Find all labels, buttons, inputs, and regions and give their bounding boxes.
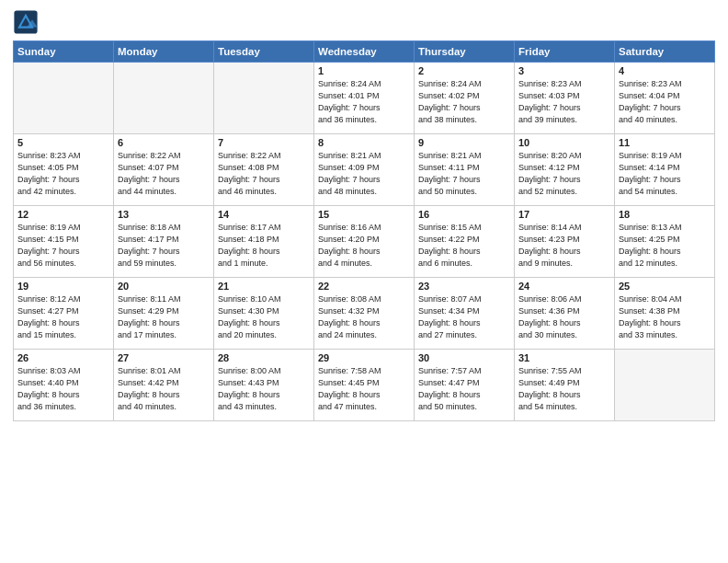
day-cell-13: 13Sunrise: 8:18 AM Sunset: 4:17 PM Dayli…: [114, 206, 214, 278]
day-number: 17: [518, 209, 610, 220]
day-info: Sunrise: 8:23 AM Sunset: 4:05 PM Dayligh…: [17, 150, 109, 198]
day-info: Sunrise: 8:04 AM Sunset: 4:38 PM Dayligh…: [619, 293, 711, 341]
empty-cell: [615, 350, 715, 421]
day-cell-24: 24Sunrise: 8:06 AM Sunset: 4:36 PM Dayli…: [515, 278, 615, 350]
weekday-header-wednesday: Wednesday: [314, 41, 415, 63]
day-info: Sunrise: 8:24 AM Sunset: 4:02 PM Dayligh…: [418, 78, 510, 126]
weekday-header-monday: Monday: [114, 41, 214, 63]
day-number: 31: [518, 352, 610, 363]
day-number: 26: [17, 352, 109, 363]
day-cell-30: 30Sunrise: 7:57 AM Sunset: 4:47 PM Dayli…: [415, 350, 515, 421]
day-info: Sunrise: 7:55 AM Sunset: 4:49 PM Dayligh…: [518, 365, 610, 413]
day-cell-9: 9Sunrise: 8:21 AM Sunset: 4:11 PM Daylig…: [415, 134, 515, 206]
logo-icon: [13, 9, 39, 35]
day-cell-18: 18Sunrise: 8:13 AM Sunset: 4:25 PM Dayli…: [615, 206, 715, 278]
day-cell-14: 14Sunrise: 8:17 AM Sunset: 4:18 PM Dayli…: [214, 206, 314, 278]
weekday-header-friday: Friday: [515, 41, 615, 63]
day-info: Sunrise: 8:17 AM Sunset: 4:18 PM Dayligh…: [218, 222, 310, 270]
day-info: Sunrise: 8:08 AM Sunset: 4:32 PM Dayligh…: [318, 293, 410, 341]
day-cell-3: 3Sunrise: 8:23 AM Sunset: 4:03 PM Daylig…: [515, 63, 615, 134]
day-number: 3: [518, 65, 610, 76]
day-info: Sunrise: 8:14 AM Sunset: 4:23 PM Dayligh…: [518, 222, 610, 270]
day-number: 6: [118, 137, 210, 148]
day-info: Sunrise: 8:21 AM Sunset: 4:11 PM Dayligh…: [418, 150, 510, 198]
day-info: Sunrise: 8:06 AM Sunset: 4:36 PM Dayligh…: [518, 293, 610, 341]
day-cell-6: 6Sunrise: 8:22 AM Sunset: 4:07 PM Daylig…: [114, 134, 214, 206]
day-cell-15: 15Sunrise: 8:16 AM Sunset: 4:20 PM Dayli…: [314, 206, 415, 278]
day-number: 13: [118, 209, 210, 220]
week-row-3: 12Sunrise: 8:19 AM Sunset: 4:15 PM Dayli…: [14, 206, 715, 278]
day-cell-23: 23Sunrise: 8:07 AM Sunset: 4:34 PM Dayli…: [415, 278, 515, 350]
day-info: Sunrise: 8:19 AM Sunset: 4:14 PM Dayligh…: [619, 150, 711, 198]
day-cell-25: 25Sunrise: 8:04 AM Sunset: 4:38 PM Dayli…: [615, 278, 715, 350]
day-cell-21: 21Sunrise: 8:10 AM Sunset: 4:30 PM Dayli…: [214, 278, 314, 350]
day-cell-28: 28Sunrise: 8:00 AM Sunset: 4:43 PM Dayli…: [214, 350, 314, 421]
day-cell-17: 17Sunrise: 8:14 AM Sunset: 4:23 PM Dayli…: [515, 206, 615, 278]
day-number: 5: [17, 137, 109, 148]
day-info: Sunrise: 8:22 AM Sunset: 4:07 PM Dayligh…: [118, 150, 210, 198]
day-cell-31: 31Sunrise: 7:55 AM Sunset: 4:49 PM Dayli…: [515, 350, 615, 421]
weekday-header-thursday: Thursday: [415, 41, 515, 63]
weekday-header-sunday: Sunday: [14, 41, 114, 63]
day-number: 20: [118, 281, 210, 292]
day-cell-5: 5Sunrise: 8:23 AM Sunset: 4:05 PM Daylig…: [14, 134, 114, 206]
calendar-table: SundayMondayTuesdayWednesdayThursdayFrid…: [13, 40, 715, 421]
day-cell-4: 4Sunrise: 8:23 AM Sunset: 4:04 PM Daylig…: [615, 63, 715, 134]
day-cell-8: 8Sunrise: 8:21 AM Sunset: 4:09 PM Daylig…: [314, 134, 415, 206]
empty-cell: [14, 63, 114, 134]
day-number: 19: [17, 281, 109, 292]
day-cell-29: 29Sunrise: 7:58 AM Sunset: 4:45 PM Dayli…: [314, 350, 415, 421]
day-info: Sunrise: 8:11 AM Sunset: 4:29 PM Dayligh…: [118, 293, 210, 341]
day-number: 18: [619, 209, 711, 220]
day-number: 4: [619, 65, 711, 76]
day-info: Sunrise: 8:18 AM Sunset: 4:17 PM Dayligh…: [118, 222, 210, 270]
day-info: Sunrise: 8:21 AM Sunset: 4:09 PM Dayligh…: [318, 150, 410, 198]
day-number: 1: [318, 65, 410, 76]
day-cell-26: 26Sunrise: 8:03 AM Sunset: 4:40 PM Dayli…: [14, 350, 114, 421]
day-number: 9: [418, 137, 510, 148]
day-number: 22: [318, 281, 410, 292]
day-cell-7: 7Sunrise: 8:22 AM Sunset: 4:08 PM Daylig…: [214, 134, 314, 206]
day-number: 25: [619, 281, 711, 292]
day-cell-22: 22Sunrise: 8:08 AM Sunset: 4:32 PM Dayli…: [314, 278, 415, 350]
day-number: 27: [118, 352, 210, 363]
day-info: Sunrise: 8:20 AM Sunset: 4:12 PM Dayligh…: [518, 150, 610, 198]
day-info: Sunrise: 8:07 AM Sunset: 4:34 PM Dayligh…: [418, 293, 510, 341]
day-cell-19: 19Sunrise: 8:12 AM Sunset: 4:27 PM Dayli…: [14, 278, 114, 350]
day-cell-12: 12Sunrise: 8:19 AM Sunset: 4:15 PM Dayli…: [14, 206, 114, 278]
day-number: 2: [418, 65, 510, 76]
day-number: 23: [418, 281, 510, 292]
day-cell-20: 20Sunrise: 8:11 AM Sunset: 4:29 PM Dayli…: [114, 278, 214, 350]
day-cell-27: 27Sunrise: 8:01 AM Sunset: 4:42 PM Dayli…: [114, 350, 214, 421]
logo: [13, 9, 40, 35]
day-info: Sunrise: 7:57 AM Sunset: 4:47 PM Dayligh…: [418, 365, 510, 413]
week-row-5: 26Sunrise: 8:03 AM Sunset: 4:40 PM Dayli…: [14, 350, 715, 421]
day-info: Sunrise: 8:00 AM Sunset: 4:43 PM Dayligh…: [218, 365, 310, 413]
day-number: 21: [218, 281, 310, 292]
weekday-header-saturday: Saturday: [615, 41, 715, 63]
day-number: 24: [518, 281, 610, 292]
day-info: Sunrise: 8:12 AM Sunset: 4:27 PM Dayligh…: [17, 293, 109, 341]
page: SundayMondayTuesdayWednesdayThursdayFrid…: [0, 0, 728, 563]
day-info: Sunrise: 8:03 AM Sunset: 4:40 PM Dayligh…: [17, 365, 109, 413]
day-info: Sunrise: 7:58 AM Sunset: 4:45 PM Dayligh…: [318, 365, 410, 413]
day-cell-10: 10Sunrise: 8:20 AM Sunset: 4:12 PM Dayli…: [515, 134, 615, 206]
empty-cell: [214, 63, 314, 134]
empty-cell: [114, 63, 214, 134]
day-cell-11: 11Sunrise: 8:19 AM Sunset: 4:14 PM Dayli…: [615, 134, 715, 206]
day-cell-1: 1Sunrise: 8:24 AM Sunset: 4:01 PM Daylig…: [314, 63, 415, 134]
day-info: Sunrise: 8:13 AM Sunset: 4:25 PM Dayligh…: [619, 222, 711, 270]
day-number: 30: [418, 352, 510, 363]
week-row-1: 1Sunrise: 8:24 AM Sunset: 4:01 PM Daylig…: [14, 63, 715, 134]
day-number: 7: [218, 137, 310, 148]
weekday-header-row: SundayMondayTuesdayWednesdayThursdayFrid…: [14, 41, 715, 63]
weekday-header-tuesday: Tuesday: [214, 41, 314, 63]
day-number: 8: [318, 137, 410, 148]
day-number: 28: [218, 352, 310, 363]
day-info: Sunrise: 8:22 AM Sunset: 4:08 PM Dayligh…: [218, 150, 310, 198]
day-number: 16: [418, 209, 510, 220]
day-number: 29: [318, 352, 410, 363]
day-info: Sunrise: 8:10 AM Sunset: 4:30 PM Dayligh…: [218, 293, 310, 341]
day-number: 14: [218, 209, 310, 220]
day-info: Sunrise: 8:15 AM Sunset: 4:22 PM Dayligh…: [418, 222, 510, 270]
